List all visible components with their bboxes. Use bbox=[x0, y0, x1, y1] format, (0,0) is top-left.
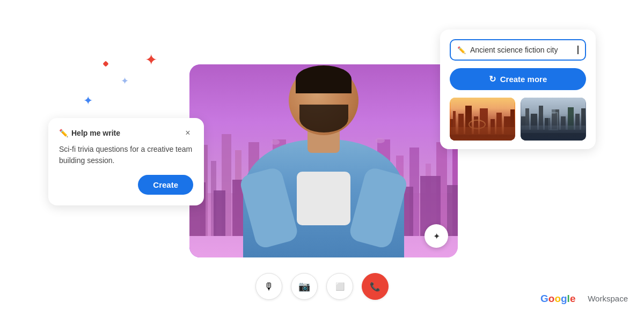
svg-rect-44 bbox=[491, 119, 495, 141]
person-silhouette bbox=[232, 86, 415, 257]
svg-rect-50 bbox=[450, 127, 515, 135]
svg-point-48 bbox=[469, 120, 485, 129]
google-workspace-logo: Google Workspace bbox=[540, 291, 628, 305]
svg-rect-64 bbox=[549, 113, 558, 130]
help-me-write-card: ✏️ Help me write × Sci-fi trivia questio… bbox=[48, 118, 204, 205]
phone-icon: 📞 bbox=[370, 282, 380, 292]
svg-rect-45 bbox=[496, 113, 502, 141]
image-thumbnails bbox=[450, 98, 586, 141]
write-card-close-button[interactable]: × bbox=[182, 128, 193, 138]
image-prompt-input[interactable]: ✏️ Ancient science fiction city bbox=[450, 39, 586, 61]
svg-rect-47 bbox=[510, 109, 515, 141]
write-create-button[interactable]: Create bbox=[138, 175, 193, 195]
svg-rect-41 bbox=[465, 106, 472, 141]
svg-rect-61 bbox=[581, 108, 586, 141]
ai-enhance-button[interactable]: ✦ bbox=[425, 224, 448, 248]
svg-rect-31 bbox=[447, 185, 458, 236]
svg-rect-51 bbox=[521, 98, 586, 141]
svg-rect-37 bbox=[450, 98, 515, 141]
svg-rect-54 bbox=[531, 114, 537, 141]
screen-icon: ⬜ bbox=[335, 282, 345, 291]
svg-rect-65 bbox=[551, 109, 555, 114]
create-more-button[interactable]: ↻ Create more bbox=[450, 68, 586, 90]
video-controls-bar: 🎙 📷 ⬜ 📞 bbox=[255, 273, 389, 300]
google-logo-svg: Google bbox=[540, 291, 583, 305]
person-shirt bbox=[297, 172, 350, 225]
svg-rect-60 bbox=[575, 114, 580, 141]
end-call-button[interactable]: 📞 bbox=[362, 273, 389, 300]
sparkle-icon: ✦ bbox=[433, 231, 440, 241]
svg-text:Google: Google bbox=[540, 293, 575, 304]
create-more-label: Create more bbox=[500, 75, 547, 84]
camera-button[interactable]: 📷 bbox=[291, 273, 318, 300]
svg-rect-46 bbox=[504, 116, 510, 141]
camera-icon: 📷 bbox=[298, 281, 310, 292]
svg-rect-63 bbox=[521, 126, 586, 133]
write-card-title: ✏️ Help me write bbox=[59, 129, 120, 137]
svg-rect-21 bbox=[214, 190, 225, 236]
wand-write-icon: ✏️ bbox=[59, 129, 68, 137]
workspace-label: Workspace bbox=[588, 294, 628, 303]
svg-rect-57 bbox=[552, 109, 559, 141]
screen-share-button[interactable]: ⬜ bbox=[326, 273, 353, 300]
write-card-title-text: Help me write bbox=[71, 129, 120, 137]
svg-rect-42 bbox=[474, 116, 478, 141]
svg-rect-56 bbox=[545, 118, 550, 141]
mic-icon: 🎙 bbox=[264, 281, 274, 292]
svg-rect-55 bbox=[539, 106, 543, 141]
cursor-blink bbox=[577, 46, 579, 54]
write-card-header: ✏️ Help me write × bbox=[59, 128, 193, 138]
svg-rect-38 bbox=[450, 119, 455, 141]
image-prompt-text: Ancient science fiction city bbox=[470, 46, 573, 54]
svg-rect-58 bbox=[561, 116, 566, 141]
sparkle-red-large: ✦ bbox=[145, 51, 157, 69]
svg-rect-62 bbox=[521, 130, 586, 141]
svg-rect-52 bbox=[521, 116, 526, 141]
svg-rect-39 bbox=[453, 111, 456, 141]
person-hair bbox=[296, 65, 352, 93]
sparkle-blue-small: ✦ bbox=[121, 75, 129, 87]
image-thumb-2[interactable] bbox=[521, 98, 586, 141]
video-call-area: ✦ bbox=[189, 64, 458, 257]
write-card-body: Sci-fi trivia questions for a creative t… bbox=[59, 144, 193, 166]
svg-rect-40 bbox=[458, 114, 464, 141]
sparkle-blue-medium: ✦ bbox=[83, 94, 93, 108]
person-head bbox=[289, 65, 358, 135]
svg-rect-59 bbox=[568, 107, 574, 141]
image-thumb-1[interactable] bbox=[450, 98, 515, 141]
microphone-button[interactable]: 🎙 bbox=[255, 273, 282, 300]
dot-red-1 bbox=[103, 61, 108, 67]
svg-rect-53 bbox=[525, 108, 529, 141]
city-thumb-1-svg bbox=[450, 98, 515, 141]
image-generation-card: ✏️ Ancient science fiction city ↻ Create… bbox=[440, 30, 596, 149]
image-wand-icon: ✏️ bbox=[457, 46, 466, 54]
person-beard bbox=[299, 105, 348, 132]
svg-rect-49 bbox=[450, 134, 515, 141]
city-thumb-2-svg bbox=[521, 98, 586, 141]
refresh-icon: ↻ bbox=[489, 74, 496, 84]
svg-rect-43 bbox=[480, 108, 488, 141]
